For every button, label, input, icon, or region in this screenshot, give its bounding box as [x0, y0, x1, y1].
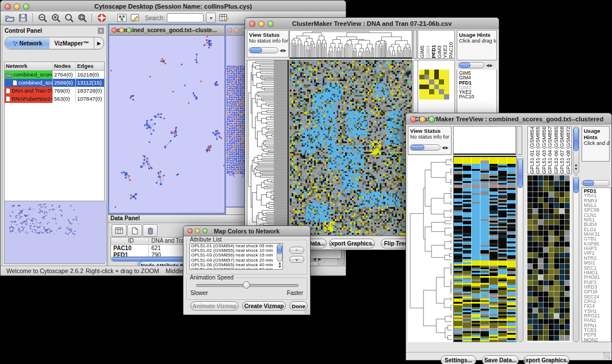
- matrix-column-label[interactable]: PFD1: [431, 30, 437, 58]
- heatmap-vscrollbar[interactable]: [517, 156, 523, 342]
- zoom-vscrollbar[interactable]: [573, 175, 579, 342]
- matrix-cell[interactable]: [434, 79, 439, 85]
- matrix-cell[interactable]: [434, 94, 439, 99]
- close-button[interactable]: [249, 21, 255, 27]
- cluster-heatmap[interactable]: [289, 60, 412, 236]
- vizmapper-nodes-icon[interactable]: [116, 13, 127, 23]
- view-status-hscrollbar[interactable]: [248, 47, 278, 53]
- matrix-cell[interactable]: [444, 89, 449, 94]
- zoom-heatmap[interactable]: [527, 175, 571, 342]
- cluster-heatmap[interactable]: [453, 156, 517, 342]
- experiment-column-label[interactable]: GPL51-01 (GSM854): [529, 127, 535, 174]
- network-view-canvas[interactable]: [109, 36, 224, 213]
- gene-list-hscrollbar[interactable]: [582, 180, 610, 186]
- speed-slider-thumb[interactable]: [243, 281, 250, 289]
- export-graphics-button[interactable]: Export Graphics...: [523, 355, 569, 364]
- matrix-cell[interactable]: [424, 94, 430, 99]
- treeview2-titlebar[interactable]: ClusterMaker TreeView : combined_scores_…: [406, 113, 611, 125]
- settings-button[interactable]: Settings...: [441, 355, 476, 364]
- attribute-table-icon[interactable]: [218, 13, 229, 23]
- experiment-column-label[interactable]: GPL51-08 (GSM872): [565, 127, 571, 174]
- gene-label[interactable]: PAC10: [459, 94, 496, 99]
- matrix-cell[interactable]: [439, 79, 444, 85]
- minimize-button[interactable]: [419, 116, 426, 122]
- matrix-cell[interactable]: [429, 75, 434, 80]
- tab-network[interactable]: Network: [5, 37, 49, 49]
- matrix-cell[interactable]: [419, 70, 424, 75]
- matrix-cell[interactable]: [419, 94, 424, 99]
- close-button[interactable]: [188, 228, 193, 233]
- network-list-item[interactable]: RNAPuberNov2+563(0)107847(0): [5, 95, 104, 103]
- attr-list-vscrollbar[interactable]: [277, 244, 282, 262]
- matrix-cell[interactable]: [444, 85, 449, 90]
- matrix-cell[interactable]: [424, 75, 430, 80]
- zoom-out-icon[interactable]: [37, 13, 48, 23]
- matrix-cell[interactable]: [424, 85, 430, 90]
- save-icon[interactable]: [17, 13, 28, 23]
- matrix-cell[interactable]: [419, 75, 424, 80]
- matrix-cell[interactable]: [429, 89, 434, 94]
- matrix-cell[interactable]: [444, 75, 449, 80]
- network-list-item[interactable]: combined_sco2569(6)13112(15): [5, 79, 104, 87]
- attribute-list[interactable]: GPL51-01 (GSM854) heat shock 05 minGPL51…: [189, 243, 283, 270]
- matrix-cell[interactable]: [429, 85, 434, 90]
- zoom-button[interactable]: [429, 116, 435, 122]
- animate-vizmap-button[interactable]: Animate Vizmap: [190, 301, 239, 311]
- matrix-cell[interactable]: [429, 70, 434, 75]
- matrix-cell[interactable]: [439, 85, 444, 90]
- network-list-item[interactable]: DNA and Tran 07769(0)183728(0): [5, 87, 104, 95]
- network-list-item[interactable]: combined_scores2764(0)16218(0): [5, 71, 104, 79]
- tab-vizmapper[interactable]: VizMapper™: [49, 37, 94, 49]
- column-dendrogram-area[interactable]: [453, 126, 516, 155]
- matrix-column-label[interactable]: GIM5: [419, 30, 425, 58]
- window-resize-grip[interactable]: [603, 352, 610, 359]
- matrix-cell[interactable]: [444, 94, 449, 99]
- matrix-cell[interactable]: [434, 89, 439, 94]
- experiment-column-label[interactable]: GPL51-06 (GSM865): [553, 127, 559, 174]
- matrix-cell[interactable]: [434, 85, 439, 90]
- matrix-column-label[interactable]: YKE2: [442, 30, 448, 58]
- window-resize-grip[interactable]: [337, 258, 344, 265]
- help-lifering-icon[interactable]: [96, 13, 107, 23]
- matrix-column-label[interactable]: GIM3: [437, 30, 442, 58]
- close-button[interactable]: [410, 116, 416, 122]
- matrix-cell[interactable]: [424, 89, 430, 94]
- row-dendrogram[interactable]: [247, 60, 289, 236]
- export-graphics-button[interactable]: Export Graphics...: [329, 239, 375, 248]
- minimize-button[interactable]: [258, 21, 265, 27]
- zoom-button[interactable]: [127, 28, 132, 33]
- zoom-button[interactable]: [23, 3, 29, 10]
- delete-attribute-trash-icon[interactable]: [143, 224, 158, 237]
- matrix-cell[interactable]: [429, 79, 434, 85]
- zoom-matrix[interactable]: [419, 70, 449, 99]
- treeview1-titlebar[interactable]: ClusterMaker TreeView : DNA and Tran 07-…: [245, 18, 499, 30]
- matrix-cell[interactable]: [444, 79, 449, 85]
- move-down-button[interactable]: v: [289, 256, 304, 263]
- search-dropdown-button[interactable]: ▼: [206, 13, 216, 23]
- minimize-button[interactable]: [14, 3, 20, 10]
- close-button[interactable]: [227, 28, 232, 33]
- create-vizmap-button[interactable]: Create Vizmap: [242, 301, 286, 311]
- matrix-cell[interactable]: [439, 75, 444, 80]
- cytoscape-titlebar[interactable]: Cytoscape Desktop (Session Name: collins…: [1, 1, 346, 13]
- zoom-in-icon[interactable]: [50, 13, 61, 23]
- birds-eye-view[interactable]: [4, 201, 105, 264]
- close-button[interactable]: [112, 28, 117, 33]
- gene-label[interactable]: MON2: [584, 338, 611, 342]
- matrix-column-label[interactable]: PAC10: [448, 30, 454, 58]
- tab-overflow-arrow[interactable]: ▶: [94, 37, 104, 49]
- matrix-cell[interactable]: [424, 79, 430, 85]
- minimize-button[interactable]: [195, 228, 200, 233]
- zoom-button[interactable]: [202, 228, 208, 233]
- minimize-button[interactable]: [119, 28, 124, 33]
- scroll-strip[interactable]: [517, 126, 522, 155]
- move-up-button[interactable]: ^: [289, 247, 304, 254]
- matrix-cell[interactable]: [419, 79, 424, 85]
- network-window-titlebar[interactable]: combined_scores_good.txt--cluste...: [109, 25, 224, 36]
- matrix-cell[interactable]: [434, 75, 439, 80]
- dialog-resize-grip[interactable]: [304, 309, 309, 314]
- close-button[interactable]: [5, 3, 11, 10]
- matrix-cell[interactable]: [424, 70, 430, 75]
- select-attributes-icon[interactable]: [112, 224, 127, 237]
- matrix-cell[interactable]: [439, 89, 444, 94]
